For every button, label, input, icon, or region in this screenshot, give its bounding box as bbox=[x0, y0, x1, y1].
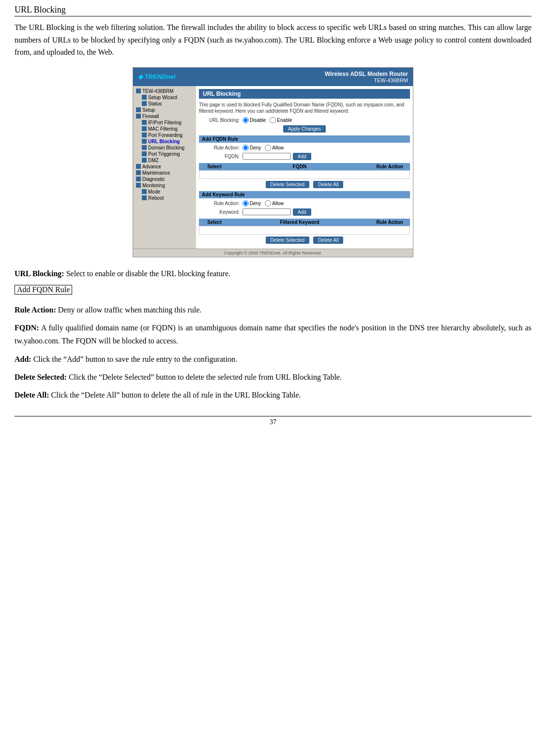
fqdn-rule-action-label: Rule Action: bbox=[199, 145, 243, 150]
add-desc-block: Add: Click the “Add” button to save the … bbox=[15, 353, 531, 366]
url-table-buttons: Delete Selected Delete All bbox=[199, 181, 410, 188]
enable-label: Enable bbox=[277, 118, 292, 123]
url-blocking-term: URL Blocking: bbox=[15, 269, 64, 278]
disable-option[interactable]: Disable bbox=[243, 117, 266, 123]
enable-option[interactable]: Enable bbox=[270, 117, 292, 123]
delete-all-desc-text: Click the “Delete All” button to delete … bbox=[51, 391, 301, 399]
url-blocking-label: URL Blocking: bbox=[199, 118, 243, 123]
add-section: Add: Click the “Add” button to save the … bbox=[15, 353, 531, 366]
sidebar-item-maintenance[interactable]: Maintenance bbox=[135, 170, 194, 176]
sidebar-item-mac-filtering[interactable]: MAC Filtering bbox=[135, 126, 194, 132]
rule-action-desc-text: Deny or allow traffic when matching this… bbox=[58, 306, 202, 314]
sidebar-item-setup-wizard[interactable]: Setup Wizard bbox=[135, 94, 194, 101]
sidebar-item-monitoring[interactable]: Monitoring bbox=[135, 182, 194, 189]
sidebar-item-diagnostic[interactable]: Diagnostic bbox=[135, 176, 194, 182]
keyword-rule-action-row: Rule Action: Deny Allow bbox=[199, 200, 410, 207]
url-blocking-icon bbox=[142, 139, 147, 144]
rule-action-section: Rule Action: Deny or allow traffic when … bbox=[15, 303, 531, 316]
keyword-deny-label: Deny bbox=[250, 201, 261, 206]
device-icon bbox=[136, 89, 141, 93]
kw-col-select: Select bbox=[200, 220, 229, 225]
delete-selected-button[interactable]: Delete Selected bbox=[266, 181, 310, 188]
main-description: This page is used to blocked Fully Quali… bbox=[199, 102, 410, 114]
port-triggering-icon bbox=[142, 151, 147, 156]
fqdn-input[interactable] bbox=[243, 153, 291, 160]
router-body: TEW-436BRM Setup Wizard Status Setup bbox=[133, 86, 413, 249]
apply-changes-row: Apply Changes bbox=[199, 125, 410, 133]
sidebar-item-port-forwarding[interactable]: Port Forwarding bbox=[135, 132, 194, 138]
col-select: Select bbox=[200, 164, 229, 169]
add-fqdn-rule-block: Add FQDN Rule bbox=[15, 285, 531, 298]
url-blocking-row: URL Blocking: Disable Enable bbox=[199, 117, 410, 123]
diagnostic-icon bbox=[136, 177, 141, 181]
sidebar-item-status[interactable]: Status bbox=[135, 101, 194, 107]
add-fqdn-rule-bordered: Add FQDN Rule bbox=[15, 285, 72, 295]
status-icon bbox=[142, 101, 147, 106]
kw-delete-selected-button[interactable]: Delete Selected bbox=[266, 237, 310, 244]
intro-paragraph: The URL Blocking is the web filtering so… bbox=[15, 21, 531, 59]
url-table-empty-row bbox=[199, 170, 410, 179]
setup-icon bbox=[136, 107, 141, 112]
keyword-allow-label: Allow bbox=[272, 201, 284, 206]
sidebar-item-dmz[interactable]: DMZ bbox=[135, 157, 194, 163]
delete-all-desc-block: Delete All: Click the “Delete All” butto… bbox=[15, 388, 531, 401]
sidebar-item-setup[interactable]: Setup bbox=[135, 107, 194, 113]
allow-radio[interactable] bbox=[265, 145, 271, 151]
url-blocking-radio-group: Disable Enable bbox=[243, 117, 292, 123]
fqdn-rule-action-radio: Deny Allow bbox=[243, 145, 284, 151]
enable-radio[interactable] bbox=[270, 117, 276, 123]
fqdn-desc-text: A fully qualified domain name (or FQDN) … bbox=[15, 324, 531, 345]
deny-label: Deny bbox=[250, 145, 261, 150]
page-container: URL Blocking The URL Blocking is the web… bbox=[0, 0, 546, 756]
sidebar-item-mode[interactable]: Mode bbox=[135, 189, 194, 195]
url-blocking-desc-block: URL Blocking: Select to enable or disabl… bbox=[15, 267, 531, 280]
maintenance-icon bbox=[136, 170, 141, 175]
sidebar-item-firewall[interactable]: Firewall bbox=[135, 113, 194, 119]
rule-action-term: Rule Action: bbox=[15, 306, 56, 314]
url-blocking-desc-text: Select to enable or disable the URL bloc… bbox=[66, 269, 230, 278]
sidebar-item-domain-blocking[interactable]: Domain Blocking bbox=[135, 145, 194, 151]
fqdn-section: FQDN: A fully qualified domain name (or … bbox=[15, 321, 531, 347]
keyword-allow-radio[interactable] bbox=[265, 200, 271, 207]
delete-all-button[interactable]: Delete All bbox=[313, 181, 343, 188]
disable-radio[interactable] bbox=[243, 117, 249, 123]
sidebar-item-ip-filtering[interactable]: IP/Port Filtering bbox=[135, 119, 194, 126]
kw-table-empty-row bbox=[199, 226, 410, 235]
router-logo: ◆ TRENDnet bbox=[138, 73, 176, 80]
fqdn-add-button[interactable]: Add bbox=[293, 153, 311, 160]
mode-icon bbox=[142, 189, 147, 194]
keyword-input-row: Keyword: Add bbox=[199, 208, 410, 216]
keyword-input[interactable] bbox=[243, 208, 291, 215]
fqdn-term: FQDN: bbox=[15, 324, 39, 332]
monitoring-icon bbox=[136, 183, 141, 188]
delete-selected-desc-text: Click the “Delete Selected” button to de… bbox=[69, 373, 342, 381]
main-title-bar: URL Blocking bbox=[199, 89, 410, 99]
router-screenshot: ◆ TRENDnet Wireless ADSL Modem Router TE… bbox=[133, 67, 413, 257]
col-fqdn: FQDN bbox=[229, 164, 370, 169]
apply-changes-button[interactable]: Apply Changes bbox=[283, 125, 326, 133]
mac-filtering-icon bbox=[142, 126, 147, 131]
keyword-allow-option[interactable]: Allow bbox=[265, 200, 284, 207]
allow-option[interactable]: Allow bbox=[265, 145, 284, 151]
router-header: ◆ TRENDnet Wireless ADSL Modem Router TE… bbox=[133, 68, 413, 86]
deny-option[interactable]: Deny bbox=[243, 145, 261, 151]
page-number: 37 bbox=[15, 416, 531, 426]
sidebar-item-reboot[interactable]: Reboot bbox=[135, 195, 194, 201]
advance-icon bbox=[136, 164, 141, 169]
keyword-filtering-table-header: Select Filtered Keyword Rule Action bbox=[199, 219, 410, 226]
reboot-icon bbox=[142, 195, 147, 200]
deny-radio[interactable] bbox=[243, 145, 249, 151]
add-fqdn-rule-header: Add FQDN Rule bbox=[199, 135, 410, 143]
keyword-deny-radio[interactable] bbox=[243, 200, 249, 207]
keyword-deny-option[interactable]: Deny bbox=[243, 200, 261, 207]
kw-col-rule-action: Rule Action bbox=[370, 220, 409, 225]
disable-label: Disable bbox=[250, 118, 266, 123]
keyword-rule-action-radio: Deny Allow bbox=[243, 200, 284, 207]
keyword-field-label: Keyword: bbox=[199, 209, 243, 215]
sidebar-item-url-blocking[interactable]: URL Blocking bbox=[135, 138, 194, 145]
sidebar-item-advance[interactable]: Advance bbox=[135, 163, 194, 170]
keyword-add-button[interactable]: Add bbox=[293, 208, 311, 216]
sidebar-item-port-triggering[interactable]: Port Triggering bbox=[135, 151, 194, 157]
kw-delete-all-button[interactable]: Delete All bbox=[313, 237, 343, 244]
keyword-rule-action-label: Rule Action: bbox=[199, 201, 243, 206]
